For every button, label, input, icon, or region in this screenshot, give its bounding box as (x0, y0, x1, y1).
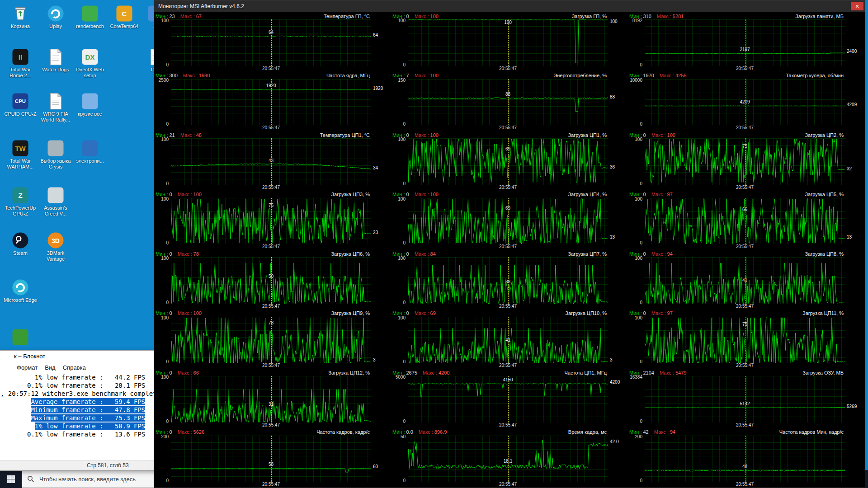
axis-max: 200 (635, 434, 642, 439)
axis-max: 100 (398, 256, 406, 261)
y-axis: 100 0 (156, 138, 171, 191)
line-indent (0, 398, 31, 405)
line-text: 1% low framerate : 44.2 FPS (35, 374, 145, 381)
graph-plot: 75 (171, 198, 371, 244)
graph-framerate-min[interactable]: Мин : 42 Макс : 94 Частота кадров Мин, к… (628, 428, 865, 488)
current-value: 13 (847, 235, 852, 239)
desktop-icon-crysis-language-icon[interactable]: Выбор языка Crysis (38, 139, 73, 169)
current-value-gutter: 34 (371, 138, 391, 191)
graph-cpu1-temp[interactable]: Мин : 21 Макс : 48 Температура ЦП1, °C 1… (154, 131, 391, 191)
graph-cpu1-clock[interactable]: Мин : 2675 Макс : 4200 Частота ЦП1, МГц … (391, 369, 628, 428)
cursor-value: 66 (742, 207, 747, 212)
graph-cpu1-load[interactable]: Мин : 0 Макс : 100 Загрузка ЦП1, % 100 0… (391, 131, 628, 191)
cursor-value: 58 (269, 462, 274, 467)
graph-header: Мин : 0 Макс : 100 Загрузка ЦП4, % (392, 191, 628, 198)
graph-cpu8-load[interactable]: Мин : 0 Макс : 94 Загрузка ЦП8, % 100 0 … (628, 250, 865, 310)
max-label: Макс : (651, 251, 666, 257)
graph-cpu9-load[interactable]: Мин : 0 Макс : 100 Загрузка ЦП9, % 100 0… (154, 310, 391, 369)
desktop-icon-electro-icon[interactable]: электропи... (72, 139, 108, 164)
desktop-icon-wrc9-icon[interactable]: WRC 9 FIA World Rally... (38, 92, 73, 122)
axis-zero: 0 (166, 359, 169, 364)
desktop-icon-steam-icon[interactable]: Steam (3, 231, 38, 256)
graph-title: Загрузка ГП, % (572, 14, 628, 19)
axis-zero: 0 (640, 300, 642, 305)
current-value-gutter: 5269 (845, 376, 865, 428)
current-value: 4200 (610, 380, 620, 385)
graph-cpu10-load[interactable]: Мин : 0 Макс : 69 Загрузка ЦП10, % 100 0… (391, 310, 628, 369)
desktop-icon-microsoft-edge-icon[interactable]: Microsoft Edge (3, 278, 38, 303)
axis-max: 100 (398, 315, 406, 320)
desktop-icon-cpu-z-icon[interactable]: CPU CPUID CPU-Z (3, 92, 38, 117)
current-value: 4209 (847, 102, 857, 107)
current-value-gutter: 4200 (608, 376, 628, 428)
graph-fan-tach[interactable]: Мин : 1970 Макс : 4255 Тахометр кулера, … (628, 72, 865, 131)
graph-column: Мин : 23 Макс : 67 Температура ГП, °C 10… (154, 12, 391, 488)
time-label: 20:55:47 (645, 482, 845, 488)
desktop-icon-uplay-icon[interactable]: Uplay (38, 5, 73, 29)
axis-zero: 0 (403, 62, 406, 67)
graph-cpu3-load[interactable]: Мин : 0 Макс : 100 Загрузка ЦП3, % 100 0… (154, 191, 391, 250)
y-axis: 100 0 (392, 317, 408, 369)
graph-cpu11-load[interactable]: Мин : 0 Макс : 97 Загрузка ЦП11, % 100 0… (628, 310, 865, 369)
max-label: Макс : (651, 192, 666, 197)
max-label: Макс : (178, 251, 192, 257)
steam-icon (11, 231, 29, 249)
cursor-value: 78 (269, 320, 274, 325)
min-value: 0 (643, 192, 646, 197)
start-button[interactable] (0, 470, 22, 488)
close-button[interactable]: ✕ (851, 2, 863, 10)
menu-view[interactable]: Вид (41, 364, 59, 371)
line-text: , 20:57:12 witcher3.exe benchmark comple… (0, 390, 157, 397)
graph-cpu6-load[interactable]: Мин : 0 Макс : 78 Загрузка ЦП6, % 100 0 … (154, 250, 391, 310)
desktop-icon-gpu-z-icon[interactable]: Z TechPowerUp GPU-Z (3, 186, 38, 216)
graph-framerate[interactable]: Мин : 0 Макс : 5626 Частота кадров, кадр… (154, 428, 391, 488)
graph-header: Мин : 0 Макс : 100 Загрузка ЦП2, % (629, 131, 865, 138)
max-label: Макс : (180, 132, 195, 138)
notepad-text-area[interactable]: 1% low framerate : 44.2 FPS 0.1% low fra… (0, 372, 157, 450)
desktop-icon-unknown-green-icon[interactable] (3, 328, 38, 347)
graph-plot: 66 (645, 198, 845, 244)
graph-title: Энергопотребление, % (553, 73, 628, 78)
axis-max: 100 (161, 375, 169, 380)
graph-cpu2-load[interactable]: Мин : 0 Макс : 100 Загрузка ЦП2, % 100 0… (628, 131, 865, 191)
desktop-icon-directx-setup-icon[interactable]: DX DirectX Web setup (72, 48, 108, 78)
desktop-icon-label: крузис все (72, 111, 108, 117)
graph-cpu5-load[interactable]: Мин : 0 Макс : 97 Загрузка ЦП5, % 100 0 … (628, 191, 865, 250)
graph-frametime[interactable]: Мин : 0.0 Макс : 896.9 Время кадра, мс 5… (391, 428, 628, 488)
notepad-title-bar[interactable]: к – Блокнот (0, 351, 157, 362)
afterburner-title-bar[interactable]: Мониторинг MSI Afterburner v4.6.2 ✕ (154, 0, 865, 12)
graph-core-clock[interactable]: Мин : 300 Макс : 1980 Частота ядра, МГц … (154, 72, 391, 131)
desktop-icon-recycle-bin-icon[interactable]: Корзина (3, 5, 38, 29)
menu-format[interactable]: Формат (13, 364, 41, 371)
notepad-line: Average framerate : 59.4 FPS (0, 398, 157, 406)
desktop-icon-total-war-rome2-icon[interactable]: II Total War Rome 2... (3, 48, 38, 78)
desktop-icon-label: Total War Rome 2... (3, 67, 38, 78)
search-icon (27, 475, 34, 483)
time-label: 20:55:47 (408, 185, 608, 191)
graph-cpu4-load[interactable]: Мин : 0 Макс : 100 Загрузка ЦП4, % 100 0… (391, 191, 628, 250)
desktop-icon-coretemp64-icon[interactable]: C CoreTemp64 (107, 5, 142, 29)
min-value: 7 (406, 73, 409, 78)
taskbar-search-input[interactable] (38, 475, 149, 483)
taskbar-search[interactable] (22, 470, 155, 488)
graph-gpu-load[interactable]: Мин : 0 Макс : 100 Загрузка ГП, % 100 0 … (391, 12, 628, 72)
desktop-icon-total-war-warhammer-icon[interactable]: TW Total War WARHAM... (3, 139, 38, 169)
desktop-icon-assassins-creed-icon[interactable]: Assassin's Creed V... (38, 186, 73, 216)
graph-cpu7-load[interactable]: Мин : 0 Макс : 84 Загрузка ЦП7, % 100 0 … (391, 250, 628, 310)
graph-mem-usage[interactable]: Мин : 310 Макс : 5281 Загрузка памяти, М… (628, 12, 865, 72)
graph-header: Мин : 310 Макс : 5281 Загрузка памяти, М… (629, 13, 865, 19)
graph-power[interactable]: Мин : 7 Макс : 100 Энергопотребление, % … (391, 72, 628, 131)
graph-title: Загрузка ЦП10, % (565, 310, 628, 316)
graph-ram-usage[interactable]: Мин : 2104 Макс : 5479 Загрузка ОЗУ, МБ … (628, 369, 865, 428)
current-value-gutter: 13 (608, 198, 628, 250)
desktop-icon-3dmark-vantage-icon[interactable]: 3D 3DMark Vantage (38, 231, 73, 262)
y-axis: 100 0 (629, 257, 645, 310)
desktop-icon-renderbench-icon[interactable]: renderbench (72, 5, 108, 29)
menu-help[interactable]: Справка (59, 364, 90, 371)
y-axis: 100 0 (629, 138, 645, 191)
desktop-icon-kruzis-files-icon[interactable]: крузис все (72, 92, 108, 117)
graph-cpu12-load[interactable]: Мин : 0 Макс : 66 Загрузка ЦП12, % 100 0… (154, 369, 391, 428)
desktop-icon-watch-dogs-icon[interactable]: Watch Dogs (38, 48, 73, 73)
graph-gpu-temp[interactable]: Мин : 23 Макс : 67 Температура ГП, °C 10… (154, 12, 391, 72)
max-value: 100 (430, 132, 439, 138)
